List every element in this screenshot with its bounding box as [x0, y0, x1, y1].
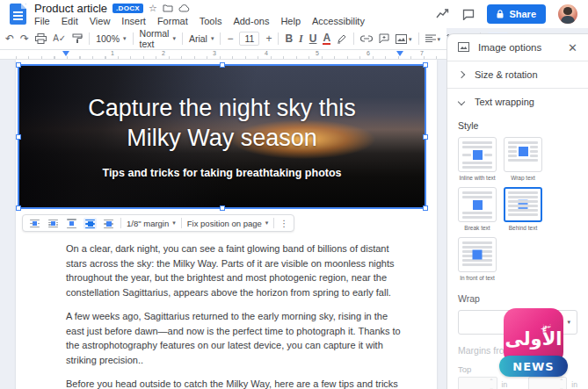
- ruler-number: 5: [316, 50, 319, 56]
- spellcheck-icon[interactable]: A✓: [53, 34, 66, 43]
- cloud-status-icon[interactable]: [178, 4, 190, 12]
- insert-image-icon[interactable]: ▾: [396, 34, 412, 44]
- hero-subtitle: Tips and tricks for taking breathtaking …: [102, 167, 341, 179]
- menu-view[interactable]: View: [90, 16, 111, 26]
- document-title[interactable]: Product article: [34, 2, 107, 15]
- inline-with-text-icon[interactable]: [28, 218, 41, 229]
- document-page[interactable]: Capture the night sky this Milky Way sea…: [16, 60, 437, 389]
- break-text-icon[interactable]: [65, 218, 78, 229]
- font-size-input[interactable]: 11: [239, 32, 259, 46]
- menu-edit[interactable]: Edit: [62, 16, 78, 26]
- image-wrap-toolbar: 1/8" margin▾ Fix position on page▾ ⋮: [22, 214, 294, 232]
- wrap-style-grid: Inline with text Wrap text: [458, 137, 577, 281]
- font-select[interactable]: Arial▾: [189, 33, 214, 44]
- resize-handle-nw[interactable]: [16, 62, 21, 68]
- menu-insert[interactable]: Insert: [121, 16, 146, 26]
- italic-button[interactable]: I: [299, 33, 303, 44]
- menu-addons[interactable]: Add-ons: [233, 16, 269, 26]
- menu-format[interactable]: Format: [157, 16, 188, 26]
- position-select[interactable]: Fix position on page▾: [187, 219, 269, 228]
- section-text-wrapping[interactable]: Text wrapping: [447, 89, 588, 115]
- wrap-text-icon[interactable]: [47, 218, 60, 229]
- align-icon[interactable]: ▾: [425, 34, 441, 43]
- watermark-news-banner: NEWS: [499, 356, 568, 377]
- ruler-number: 1: [111, 50, 114, 56]
- text-color-button[interactable]: A: [323, 32, 330, 45]
- lock-icon: [497, 10, 504, 18]
- document-body[interactable]: On a clear, dark night, you can see a fa…: [66, 241, 402, 389]
- wrap-label: Wrap: [458, 293, 577, 304]
- style-inline-with-text[interactable]: Inline with text: [458, 137, 497, 181]
- menu-accessibility[interactable]: Accessibility: [312, 16, 365, 26]
- panel-title: Image options: [478, 42, 559, 53]
- chevron-down-icon: ▾: [265, 220, 269, 227]
- image-options-icon: [458, 40, 469, 55]
- paint-format-icon[interactable]: [72, 33, 83, 44]
- margin-bottom-input[interactable]: [528, 377, 568, 389]
- bold-button[interactable]: B: [285, 33, 293, 44]
- underline-button[interactable]: U: [309, 33, 317, 44]
- highlight-color-icon[interactable]: [337, 33, 347, 44]
- resize-handle-n[interactable]: [220, 62, 225, 68]
- chevron-down-icon: ▾: [172, 35, 176, 42]
- star-icon[interactable]: ☆: [149, 4, 157, 13]
- paragraph[interactable]: On a clear, dark night, you can see a fa…: [66, 241, 402, 300]
- margin-select[interactable]: 1/8" margin▾: [127, 219, 176, 228]
- docs-logo-icon[interactable]: [10, 4, 26, 25]
- menu-help[interactable]: Help: [280, 16, 301, 26]
- style-behind-text[interactable]: Behind text: [504, 187, 542, 231]
- move-folder-icon[interactable]: [163, 4, 173, 12]
- menu-bar: File Edit View Insert Format Tools Add-o…: [34, 15, 365, 27]
- menu-file[interactable]: File: [34, 16, 50, 26]
- chevron-down-icon: ▾: [172, 220, 176, 227]
- resize-handle-se[interactable]: [423, 205, 428, 211]
- style-break-text[interactable]: Break text: [458, 187, 497, 231]
- menu-tools[interactable]: Tools: [200, 16, 222, 26]
- chevron-down-icon: ▾: [438, 36, 441, 42]
- zoom-select[interactable]: 100%▾: [96, 33, 126, 44]
- resize-handle-w[interactable]: [16, 134, 21, 140]
- comment-history-icon[interactable]: [462, 9, 475, 20]
- chevron-down-icon: ▾: [123, 35, 127, 42]
- insert-link-icon[interactable]: [360, 35, 373, 42]
- share-button[interactable]: Share: [487, 4, 546, 24]
- section-size-rotation[interactable]: Size & rotation: [447, 61, 588, 88]
- add-comment-icon[interactable]: [379, 33, 389, 44]
- resize-handle-ne[interactable]: [423, 62, 428, 68]
- in-front-of-text-icon[interactable]: [102, 218, 115, 229]
- font-size-decrease[interactable]: −: [227, 33, 233, 44]
- ruler-number: 2: [162, 50, 165, 56]
- paragraph[interactable]: Before you head outside to catch the Mil…: [66, 377, 402, 389]
- style-wrap-text[interactable]: Wrap text: [504, 137, 542, 181]
- behind-text-icon[interactable]: [83, 218, 97, 229]
- activity-dashboard-icon[interactable]: [436, 9, 450, 19]
- resize-handle-sw[interactable]: [16, 205, 21, 211]
- share-label: Share: [509, 9, 536, 19]
- close-icon[interactable]: ✕: [568, 42, 577, 54]
- undo-icon[interactable]: ↶: [5, 33, 14, 44]
- style-label: Style: [458, 120, 577, 131]
- file-type-badge: .DOCX: [113, 4, 143, 13]
- avatar[interactable]: [558, 4, 577, 24]
- news-watermark: نيوز الأولى NEWS: [498, 308, 569, 377]
- more-image-options-icon[interactable]: ⋮: [279, 219, 288, 228]
- right-indent-marker[interactable]: [396, 51, 403, 56]
- horizontal-ruler[interactable]: 1 2 3 4 5 6 7: [0, 50, 446, 60]
- paragraph-style-select[interactable]: Normal text▾: [140, 28, 176, 49]
- chevron-down-icon: [458, 98, 465, 105]
- paragraph[interactable]: A few weeks ago, Sagittarius returned to…: [66, 309, 402, 368]
- redo-icon[interactable]: ↷: [20, 33, 29, 44]
- document-canvas: Capture the night sky this Milky Way sea…: [0, 60, 446, 389]
- margin-top-input[interactable]: [458, 377, 497, 389]
- print-icon[interactable]: [35, 33, 47, 44]
- resize-handle-e[interactable]: [423, 134, 428, 140]
- chevron-down-icon: ▾: [211, 35, 214, 42]
- ruler-number: 7: [420, 50, 424, 56]
- font-size-increase[interactable]: +: [265, 33, 272, 44]
- hero-image[interactable]: Capture the night sky this Milky Way sea…: [18, 64, 426, 209]
- style-in-front-of-text[interactable]: In front of text: [458, 237, 497, 281]
- left-indent-marker[interactable]: [62, 51, 69, 56]
- ruler-number: 4: [265, 50, 268, 56]
- resize-handle-s[interactable]: [220, 205, 225, 211]
- chevron-down-icon: ▾: [409, 36, 412, 42]
